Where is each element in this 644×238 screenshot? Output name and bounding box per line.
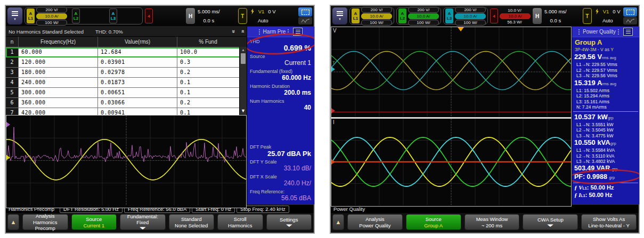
trigger-level: 0 V [613,9,620,14]
waveform-tool-button[interactable] [298,17,312,24]
l2-amps-scale[interactable]: 10.0 A/ [408,13,439,19]
dft-waveform-plot [6,116,246,206]
kva-l2-readout: L2→N: 3.5110 kVA [572,153,639,159]
panel-title-bar[interactable]: Harm Pre [247,27,314,37]
arms-avg-readout: 15.319 Arms avg [572,79,639,88]
trigger-source: V1 [258,9,265,14]
l1-volts-scale[interactable]: 200 V/ [36,7,67,13]
chevron-down-icon: ▼ [338,18,341,21]
channel-l1-badge[interactable]: A L1 [27,9,35,23]
neutral-current-marker-icon[interactable] [331,159,335,165]
softkey-analysis[interactable]: Analysis Power Quality [347,214,403,230]
kva-l3-readout: L3→N: 3.4802 kVA [572,159,639,165]
channel-4-badge[interactable]: 4 [490,9,498,23]
timebase-delay: 0.0 s [544,18,567,23]
trigger-button[interactable]: T [238,8,247,24]
main-menu-button[interactable]: ▼ [7,7,22,24]
horizontal-button[interactable]: H [186,8,195,24]
harm-pre-panel: Harm Pre THD 0.699 % Source Current 1 Fu… [247,27,314,204]
l1-amps-scale[interactable]: 10.0 A/ [361,13,392,19]
scrollbar-thumb[interactable] [241,53,246,64]
ch4-ground-marker-icon[interactable] [331,108,335,113]
zoom-select-button[interactable] [298,7,312,17]
arms-l2-readout: L2: 15.294 Arms [572,93,639,99]
channel-type-label: A [112,11,115,16]
zoom-select-button[interactable] [623,7,637,17]
ch4-watts-scale: 56.3 W/ [500,20,529,24]
softkey-cwa-setup[interactable]: CWA Setup ▼ [523,214,578,230]
kva-readout: 10.550 kVAgrp [572,138,639,147]
drag-grip-icon [618,29,620,35]
num-harmonics-readout: Num Harmonics 40 [247,97,314,112]
channel-l2-badge[interactable]: A L2 [398,9,406,23]
harmonic-duration-readout: Harmonic Duration 200.0 ms [247,82,314,97]
right-softkey-bar: ▲ Analysis Power Quality Source Group A … [331,213,639,233]
channel-l3-badge[interactable]: A L3 [109,9,117,23]
vrms-l2-readout: L2→N: 229.57 Vrms [572,68,639,73]
waveform-arrow-icon [626,19,634,23]
voltage-ground-marker-icon[interactable] [331,67,335,72]
softkey-back-button[interactable]: ▲ [332,214,344,230]
panel-menu-icon[interactable] [623,28,633,36]
trigger-position-marker-icon[interactable] [458,27,464,31]
softkey-back-button[interactable]: ▲ [7,214,19,230]
current-waveform-window[interactable]: I [331,118,572,207]
channel-type-label: A [29,11,32,16]
channel-l3-group: A L3 200 V/ 10.0 A/ 100 W/ [443,7,488,24]
voltage-frequency-readout: ƒ VL1: 50.00 Hz [572,184,639,192]
dropdown-arrow-icon: ▼ [235,223,342,228]
l3-amps-scale[interactable]: 10.0 A/ [455,13,486,19]
panel-title-bar[interactable]: Power Quality [572,27,639,37]
softkey-settings[interactable]: Settings ▼ [266,214,312,230]
l3-watts-scale[interactable]: 100 W/ [455,20,486,26]
table-row[interactable]: 1 60.000 12.684 100.0 [6,47,247,58]
col-fund: % Fund [177,37,239,47]
waveform-tool-button[interactable] [623,17,637,24]
l1-watts-scale[interactable]: 100 W/ [36,20,67,26]
l1-volts-scale[interactable]: 200 V/ [361,7,392,13]
voltage-waveform-window[interactable]: V T [331,27,572,118]
panel-title: Harm Pre [263,29,286,35]
channel-l3-label: L3 [111,16,116,21]
scroll-up-icon[interactable]: ▲ [241,47,245,53]
channel-l3-badge[interactable]: A L3 [445,9,453,23]
l3-volts-scale[interactable]: 200 V/ [455,7,486,13]
dft-waveform-window[interactable] [6,115,247,208]
softkey-scroll[interactable]: Scroll Harmonics [217,214,263,230]
channel-4-badge[interactable]: 4 [145,9,153,23]
ch4-amps-scale[interactable]: 10.0 A/ [500,13,531,19]
l1-watts-scale[interactable]: 100 W/ [361,20,392,26]
table-row[interactable]: 5 300.000 0.00651 0.1 [6,88,247,98]
ch1-ground-marker-icon[interactable] [6,155,10,160]
softkey-analysis[interactable]: Analysis Harmonics Precomp [22,214,68,230]
table-row[interactable]: 3 180.000 0.02978 0.2 [6,68,247,78]
softkey-fundamental[interactable]: Fundamental: Fixed ▼ [120,214,166,230]
table-header-row: n Frequency(Hz) Value(rms) % Fund [6,37,247,47]
scroll-down-icon[interactable]: ▼ [241,108,246,115]
trigger-button[interactable]: T [583,8,592,24]
kva-l1-readout: L1→N: 3.5584 kVA [572,147,639,153]
channel-l1-group: A L1 200 V/ 10.0 A/ 100 W/ [349,7,394,24]
l2-volts-scale[interactable]: 200 V/ [408,7,439,13]
channel-type-label: A [75,11,78,16]
main-menu-button[interactable]: ▼ [332,7,347,24]
expand-chevron-icon[interactable]: » [239,30,246,33]
table-row[interactable]: 2 120.000 0.03901 0.3 [6,58,247,68]
softkey-meas-window[interactable]: Meas Window ~ 200 ms [464,214,520,230]
collapse-chevron-icon[interactable]: » [231,30,237,33]
freq-reference-readout: Freq Reference: 56.05 dBA [247,187,314,204]
channel-l1-badge[interactable]: A L1 [352,9,360,23]
l2-watts-scale[interactable]: 100 W/ [408,20,439,26]
l1-amps-scale[interactable]: 10.0 A/ [36,13,67,19]
dft-reference-marker-icon[interactable] [6,122,10,127]
table-row[interactable]: 4 240.000 0.01873 0.1 [6,78,247,88]
channel-l2-badge[interactable]: A L2 [72,9,80,23]
softkey-show-volts-as[interactable]: Show Volts As Line-to-Neutral - Y [581,214,637,230]
thd-summary-label: THD: 0.70% [95,29,123,35]
softkey-source[interactable]: Source Group A [406,214,461,230]
dropdown-arrow-icon: ▼ [89,226,196,231]
table-row[interactable]: 6 360.000 0.03066 0.2 [6,98,247,108]
horizontal-button[interactable]: H [533,8,542,24]
panel-menu-icon[interactable] [293,28,303,36]
trigger-level: 0 V [268,9,275,14]
